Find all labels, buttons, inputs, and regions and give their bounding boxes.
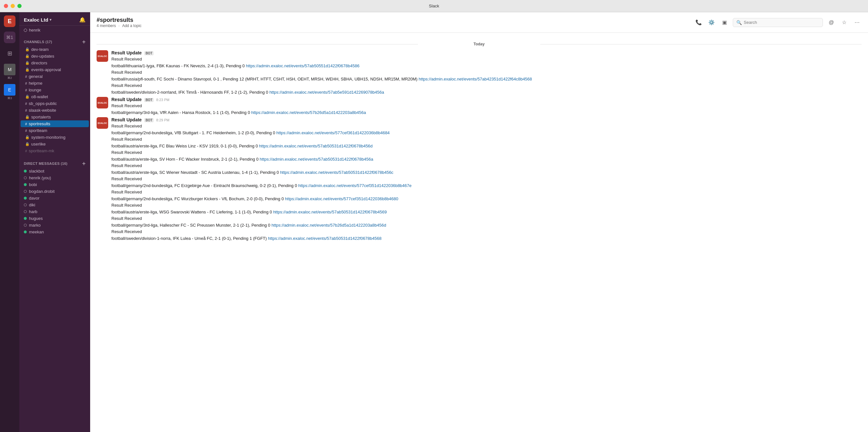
sidebar-item-o8-wallet[interactable]: 🔒o8-wallet — [21, 93, 89, 100]
avatar: EXALOC — [97, 50, 108, 62]
dm-status-dot — [24, 190, 27, 193]
dm-item-marko[interactable]: marko — [19, 222, 90, 228]
workspace-icon-item[interactable]: E — [4, 16, 16, 27]
dm-name: bobi — [29, 182, 37, 187]
sidebar-item-helpme[interactable]: #helpme — [21, 80, 89, 87]
message-line: football/sweden/division-1-norra, IFK Lu… — [112, 235, 862, 242]
sidebar-header: Exaloc Ltd ▾ 🔔 — [19, 12, 90, 26]
avatar-column: EXALOC — [97, 117, 108, 242]
dm-item-harb[interactable]: harb — [19, 208, 90, 215]
sidebar-item-dev-team[interactable]: 🔒dev-team — [21, 46, 89, 53]
message-link[interactable]: https://admin.exaloc.net/events/577cef36… — [276, 130, 390, 135]
search-input[interactable] — [744, 20, 819, 25]
sidebar-item-system-monitoring[interactable]: 🔒system-monitoring — [21, 134, 89, 141]
dm-item-henrik-(you)[interactable]: henrik (you) — [19, 175, 90, 181]
dm-item-slackbot[interactable]: slackbot — [19, 168, 90, 175]
channel-label: system-monitoring — [31, 135, 65, 140]
message-time: 8:29 PM — [156, 118, 169, 122]
app-layout: E ⌘1 ⊞ M ⌘2 E ⌘3 Exaloc Ltd ▾ 🔔 — [0, 12, 868, 432]
call-icon-button[interactable]: 📞 — [694, 18, 703, 27]
channels-section-label: CHANNELS (17) + — [19, 36, 90, 46]
dm-item-bobi[interactable]: bobi — [19, 181, 90, 188]
dm-status-dot — [24, 217, 27, 220]
message-link[interactable]: https://admin.exaloc.net/events/57ab5053… — [259, 157, 373, 162]
dm-name: marko — [29, 223, 40, 227]
workspace-letter: E — [8, 18, 11, 25]
search-box[interactable]: 🔍 — [733, 18, 823, 27]
message-link[interactable]: https://admin.exaloc.net/events/57ab5053… — [280, 170, 394, 175]
star-icon-button[interactable]: ☆ — [840, 18, 849, 27]
channel-label: lounge — [29, 88, 41, 92]
sidebar-item-sportteam[interactable]: #sportteam — [21, 127, 89, 134]
message-link[interactable]: https://admin.exaloc.net/events/57ab5055… — [246, 63, 360, 68]
sidebar-item-directors[interactable]: 🔒directors — [21, 60, 89, 66]
maximize-button[interactable] — [18, 4, 22, 8]
bot-badge: BOT — [144, 51, 154, 55]
message-link[interactable]: https://admin.exaloc.net/events/57ab5053… — [273, 210, 387, 214]
nav-icon-compose[interactable]: ⌘1 — [4, 32, 16, 43]
dm-item-davor[interactable]: davor — [19, 195, 90, 202]
more-icon-button[interactable]: ⋯ — [852, 18, 862, 27]
message-link[interactable]: https://admin.exaloc.net/events/57ab4235… — [418, 76, 532, 82]
sidebar-item-sportalerts[interactable]: 🔒sportalerts — [21, 114, 89, 120]
message-line: football/lithuania/1-lyga, FBK Kaunas - … — [112, 63, 862, 69]
sidebar-item-sb_opps-public[interactable]: #sb_opps-public — [21, 100, 89, 107]
channel-label: sportalerts — [31, 115, 51, 119]
message-line: football/germany/2nd-bundesliga, VfB Stu… — [112, 130, 862, 136]
message-link[interactable]: https://admin.exaloc.net/events/57ab5e59… — [270, 90, 384, 95]
message-line: football/germany/2nd-bundesliga, FC Wurz… — [112, 196, 862, 202]
nav-icon-m[interactable]: M ⌘2 — [4, 64, 16, 80]
workspace-name[interactable]: Exaloc Ltd ▾ — [24, 17, 52, 23]
dm-name: diki — [29, 203, 35, 207]
settings-icon-button[interactable]: ⚙️ — [707, 18, 716, 27]
sidebar-item-sportresults[interactable]: #sportresults — [21, 120, 89, 127]
message-line: football/sweden/division-2-norrland, IFK… — [112, 89, 862, 96]
message-link[interactable]: https://admin.exaloc.net/events/577cef35… — [285, 196, 398, 201]
channel-prefix-icon: 🔒 — [25, 95, 30, 99]
dm-item-hugues[interactable]: hugues — [19, 215, 90, 222]
avatar: EXALOC — [97, 117, 108, 129]
dm-item-bogdan.drobit[interactable]: bogdan.drobit — [19, 188, 90, 195]
message-link[interactable]: https://admin.exaloc.net/events/57b26d5a… — [251, 110, 366, 115]
bot-badge: BOT — [144, 118, 154, 122]
channel-label: sportteam — [29, 128, 47, 133]
add-channel-icon[interactable]: + — [82, 39, 86, 45]
message-line: football/russia/pfl-south, FC Sochi - Di… — [112, 76, 862, 83]
channel-label: o8-wallet — [31, 94, 48, 99]
username-label: henrik — [29, 28, 40, 32]
member-count: 4 members — [97, 24, 116, 28]
channel-prefix-icon: # — [25, 149, 27, 153]
sidebar-item-lounge[interactable]: #lounge — [21, 87, 89, 93]
sidebar-item-general[interactable]: #general — [21, 73, 89, 80]
sidebar-item-sportteam-mk[interactable]: #sportteam-mk — [21, 148, 89, 154]
sidebar-item-dev-updates[interactable]: 🔒dev-updates — [21, 53, 89, 60]
nav-icon-e[interactable]: E ⌘3 — [4, 84, 16, 100]
layout-icon-button[interactable]: ▣ — [720, 18, 729, 27]
sidebar-item-slaask-website[interactable]: #slaask-website — [21, 107, 89, 114]
add-dm-icon[interactable]: + — [82, 161, 86, 166]
dm-item-meekan[interactable]: meekan — [19, 228, 90, 235]
message-link[interactable]: https://admin.exaloc.net/events/57b26d5a… — [271, 223, 386, 227]
sidebar-item-userlike[interactable]: 🔒userlike — [21, 141, 89, 148]
dm-status-dot — [24, 169, 27, 173]
message-link[interactable]: https://admin.exaloc.net/events/577cef35… — [298, 183, 411, 188]
channel-label: sb_opps-public — [29, 101, 57, 106]
minimize-button[interactable] — [11, 4, 15, 8]
mention-icon-button[interactable]: @ — [827, 18, 836, 27]
dm-item-diki[interactable]: diki — [19, 202, 90, 208]
close-button[interactable] — [4, 4, 8, 8]
message-sender: Result Update — [112, 117, 142, 122]
avatar-column: EXALOC — [97, 97, 108, 116]
channel-meta: 4 members · Add a topic — [97, 24, 690, 28]
window-controls[interactable] — [4, 4, 22, 8]
notification-bell-icon[interactable]: 🔔 — [79, 17, 86, 23]
message-line: Result Received — [112, 189, 862, 195]
message-link[interactable]: https://admin.exaloc.net/events/57ab5053… — [268, 236, 381, 241]
sidebar-item-events-approval[interactable]: 🔒events-approval — [21, 66, 89, 73]
channel-prefix-icon: # — [25, 102, 27, 105]
workspace-chevron-icon: ▾ — [50, 18, 52, 22]
nav-icon-grid[interactable]: ⊞ — [4, 48, 16, 59]
channel-prefix-icon: # — [25, 75, 27, 79]
add-topic-link[interactable]: Add a topic — [122, 24, 141, 28]
message-link[interactable]: https://admin.exaloc.net/events/57ab5053… — [259, 144, 373, 148]
